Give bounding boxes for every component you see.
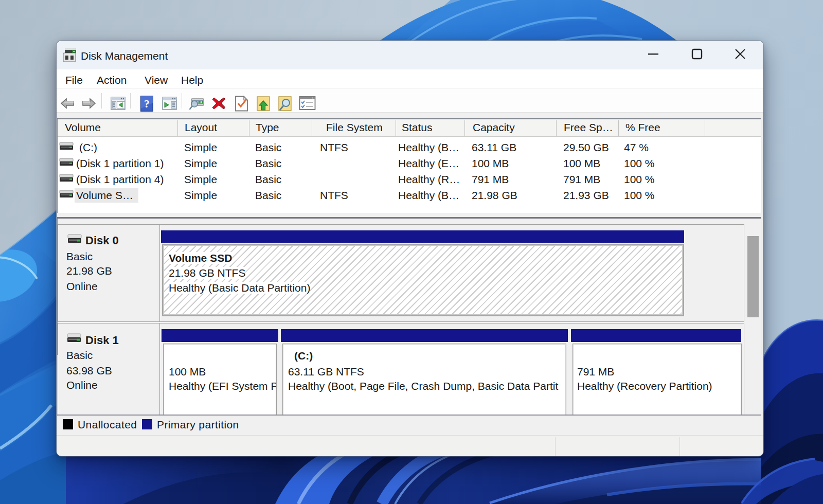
svg-text:?: ?	[144, 97, 150, 110]
